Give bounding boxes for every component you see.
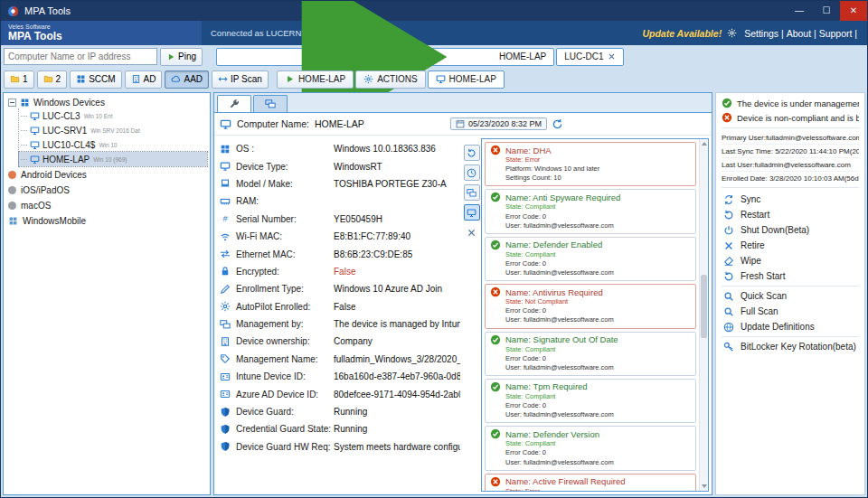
action-shut-down-beta[interactable]: Shut Down(Beta) [716,222,864,238]
collapse-icon[interactable] [8,99,16,107]
compliance-card-head: Name: Defender Version [490,428,691,439]
tab-tools[interactable] [217,95,251,112]
sub-tab-actions[interactable]: ACTIONS [355,70,425,89]
compliance-card-name-defender-version[interactable]: Name: Defender VersionState: CompliantEr… [485,426,696,470]
compliance-card-lines: State: CompliantError Code: 0User: fulla… [505,250,691,277]
folder-icon [43,74,53,84]
sync-view-button[interactable] [464,145,480,161]
action-restart[interactable]: Restart [716,207,864,222]
link-separator: | [778,28,787,39]
fields-list: OS :Windows 10.0.18363.836Device Type:Wi… [214,136,462,494]
scroll-track[interactable] [700,148,708,482]
compliance-card-name-antivirus-required[interactable]: Name: Antivirus RequiredState: Not Compl… [485,284,696,328]
scroll-up-icon[interactable] [700,139,708,148]
app-window: MPA Tools — ☐ ✕ Veles Software MPA Tools… [0,0,868,498]
tree-device-home-lap[interactable]: HOME-LAPWin 10 (969) [19,152,207,166]
action-update-definitions[interactable]: Update Definitions [716,319,864,334]
maximize-button[interactable]: ☐ [813,1,840,21]
close-button[interactable]: ✕ [840,1,867,21]
sub-tab-home-lap[interactable]: HOME-LAP [277,70,354,89]
filter-button-1[interactable]: 1 [4,70,34,89]
tree-group-macos[interactable]: macOS [6,199,207,212]
tree-group-ios-ipados[interactable]: iOS/iPadOS [6,183,207,197]
compliance-card-name-tpm-required[interactable]: Name: Tpm RequiredState: CompliantError … [485,379,696,423]
compliance-line: User: fulladmin@velessoftware.com [505,363,691,372]
device-name: LUC10-CL4$ [42,140,95,150]
compliance-card-head: Name: Anti Spyware Required [490,192,691,202]
info-line: Last User:fulladmin@velessoftware.com [722,158,859,172]
header-link-settings[interactable]: Settings [744,28,778,39]
status-item: The device is under management [722,98,859,108]
sub-tabs: HOME-LAPACTIONSHOME-LAP [277,70,505,89]
device-icon [30,155,40,164]
filter-button-2[interactable]: 2 [37,70,68,89]
compliance-name: Name: Defender Version [505,429,599,439]
refresh-button[interactable] [552,118,563,130]
compliance-scrollbar[interactable] [699,139,708,491]
compliance-line: State: Not Compliant [505,297,691,306]
compliance-view-button[interactable] [464,204,480,221]
sub-tab-home-lap[interactable]: HOME-LAP [428,70,505,89]
history-view-button[interactable] [464,164,480,181]
compliance-card-name-active-firewall-required[interactable]: Name: Active Firewall RequiredState: Err… [485,474,696,491]
field-label: Management Name: [236,354,328,364]
restart-icon [467,148,476,158]
field-device-ownership: Device ownership:Company [220,333,460,350]
action-retire[interactable]: Retire [716,238,864,253]
device-tab-home-lap[interactable]: HOME-LAP [216,48,554,66]
tree-device-luc-cl3[interactable]: LUC-CL3Win 10 Ent [19,108,207,123]
filter-button-ip-scan[interactable]: IP Scan [212,70,269,89]
header-link-support[interactable]: Support [819,28,853,39]
compliance-card-name-dha[interactable]: Name: DHAState: ErrorPlatform: Windows 1… [485,142,696,186]
tree-group-windowsmobile[interactable]: WindowsMobile [6,214,207,228]
info-line: Primary User:fulladmin@velessoftware.com [722,131,859,145]
device-name: LUC-SRV1 [42,126,87,136]
filter-button-aad[interactable]: AAD [165,70,209,89]
field-value: 16ba160d-e387-4eb7-960a-0d868089eb5a [334,371,460,381]
close-icon[interactable] [608,52,616,61]
snapshot-date-chip[interactable]: 05/23/2020 8:32 PM [450,117,547,130]
tab-remote[interactable] [253,95,288,112]
close-panel-button[interactable] [464,224,480,240]
device-tab-luc-dc1[interactable]: LUC-DC1 [556,48,623,66]
field-value: B8:6B:23:C9:DE:85 [334,249,412,259]
monitor-icon [436,74,446,84]
status-text: Device is non-compliant and is blocked f… [737,113,859,123]
compliance-line: State: Compliant [505,250,691,259]
retire-icon [723,240,734,251]
action-wipe[interactable]: Wipe [716,253,864,268]
compliance-card-name-signature-out-of-date[interactable]: Name: Signature Out Of DateState: Compli… [485,332,696,376]
tree-group-android-devices[interactable]: Android Devices [6,168,207,182]
filter-button-ad[interactable]: AD [125,70,163,89]
computer-search-input[interactable] [4,48,157,65]
action-quick-scan[interactable]: Quick Scan [716,288,864,304]
compliance-card-name-anti-spyware-required[interactable]: Name: Anti Spyware RequiredState: Compli… [485,189,696,233]
error-icon [490,287,501,297]
check-icon [490,240,501,250]
update-available-link[interactable]: Update Available! [642,28,722,39]
tree-device-luc10-cl4[interactable]: LUC10-CL4$Win 10 [19,137,207,152]
tree-device-luc-srv1[interactable]: LUC-SRV1Win SRV 2016 Dat [19,123,207,137]
compliance-line: User: fulladmin@velessoftware.com [505,268,691,277]
filter-button-sccm[interactable]: SCCM [70,70,121,89]
ram-icon [220,196,231,207]
action-fresh-start[interactable]: Fresh Start [716,268,864,284]
devices-view-button[interactable] [464,184,480,201]
group-label: WindowsMobile [23,216,86,226]
scroll-thumb[interactable] [701,275,707,338]
action-sync[interactable]: Sync [716,192,864,207]
action-bitlocker-key-rotation-beta[interactable]: BitLocker Key Rotation(beta) [716,339,864,354]
action-full-scan[interactable]: Full Scan [716,304,864,319]
compliance-line: Error Code: 0 [505,448,691,457]
compliance-card-name-defender-enabled[interactable]: Name: Defender EnabledState: CompliantEr… [485,237,696,281]
minimize-button[interactable]: — [786,1,813,21]
tree-root-windows-devices[interactable]: Windows Devices [6,97,207,108]
restart-icon [723,210,734,221]
error-icon [490,145,501,155]
ping-button[interactable]: Ping [160,48,203,66]
header-link-about[interactable]: About [787,28,811,39]
scroll-down-icon[interactable] [700,482,708,491]
field-value: E8:B1:FC:77:89:40 [334,231,410,241]
field-label: Device Type: [236,162,328,172]
compliance-name: Name: DHA [505,146,552,155]
